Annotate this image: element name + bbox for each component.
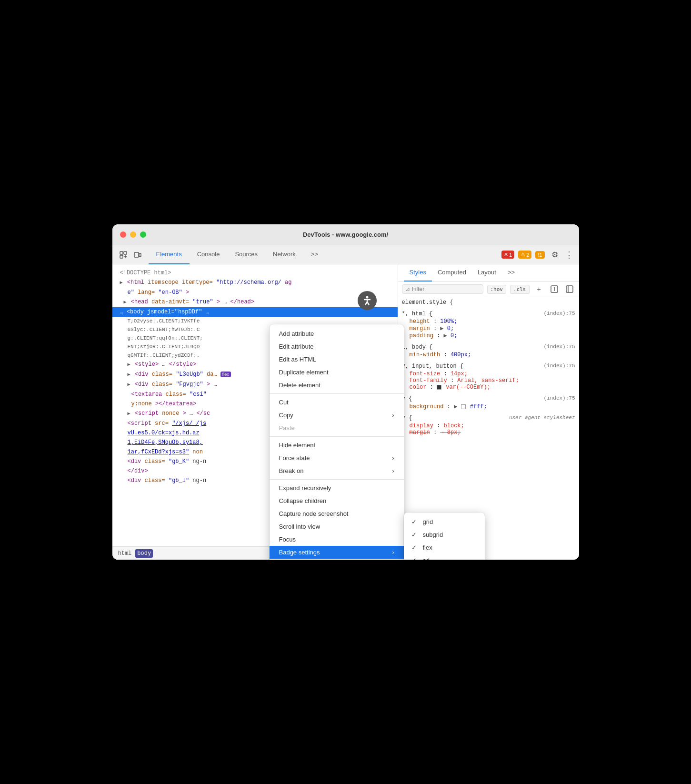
tab-layout[interactable]: Layout	[472, 264, 502, 281]
minimize-button[interactable]	[130, 231, 136, 238]
tab-computed[interactable]: Computed	[432, 264, 472, 281]
prop-minwidth: min-width : 400px;	[402, 352, 575, 358]
rule-source-2: (index):75	[543, 311, 575, 316]
submenu-flex[interactable]: ✓ flex	[404, 541, 485, 554]
rule-source-6: user agent stylesheet	[509, 415, 575, 421]
menu-hide[interactable]: Hide element	[270, 439, 404, 452]
maximize-button[interactable]	[140, 231, 146, 238]
menu-delete[interactable]: Delete element	[270, 379, 404, 392]
script-expand-icon[interactable]: ▶	[128, 411, 130, 416]
rule-selector-3: l, body { (index):75	[402, 344, 575, 351]
prop-margin-ua: margin : → 8px;	[402, 429, 575, 436]
flex-badge: flex	[220, 372, 231, 377]
menu-duplicate[interactable]: Duplicate element	[270, 366, 404, 379]
check-grid: ✓	[411, 518, 419, 525]
svg-rect-2	[124, 251, 127, 254]
break-on-arrow-icon: ›	[392, 468, 394, 474]
hov-button[interactable]: :hov	[487, 285, 507, 294]
tab-network[interactable]: Network	[265, 245, 303, 264]
styles-toolbar: ⊿ :hov .cls +	[398, 281, 579, 297]
svg-rect-5	[134, 252, 139, 257]
prop-height: height : 100%;	[402, 318, 575, 325]
menu-focus[interactable]: Focus	[270, 533, 404, 546]
menu-capture[interactable]: Capture node screenshot	[270, 507, 404, 520]
style-rule-ua: y { user agent stylesheet display : bloc…	[402, 415, 575, 436]
add-style-rule-icon[interactable]: +	[533, 283, 545, 295]
prop-padding: padding : ▶ 0;	[402, 332, 575, 339]
style-rule-element: element.style {	[402, 299, 575, 306]
submenu-ad[interactable]: ✓ ad	[404, 554, 485, 560]
info-badge[interactable]: !1	[535, 251, 544, 259]
filter-input[interactable]	[412, 286, 480, 292]
window-controls	[120, 231, 146, 238]
div2-expand-icon[interactable]: ▶	[128, 382, 130, 387]
tab-sources[interactable]: Sources	[227, 245, 265, 264]
copy-arrow-icon: ›	[392, 412, 394, 419]
tabbar-right: ✕1 ⚠2 !1 ⚙ ⋮	[501, 249, 573, 261]
close-button[interactable]	[120, 231, 126, 238]
menu-scroll[interactable]: Scroll into view	[270, 520, 404, 533]
tab-console[interactable]: Console	[190, 245, 228, 264]
menu-collapse[interactable]: Collapse children	[270, 494, 404, 507]
style-rule-bg: y { (index):75 background : ▶ #fff;	[402, 395, 575, 410]
menu-cut[interactable]: Cut	[270, 396, 404, 409]
styles-more[interactable]: >>	[502, 264, 521, 281]
dom-head: ▶ <head data-aimvt= "true" > … </head>	[112, 297, 398, 307]
prop-bg: background : ▶ #fff;	[402, 403, 575, 410]
menu-force-state[interactable]: Force state ›	[270, 452, 404, 464]
tab-elements[interactable]: Elements	[149, 245, 190, 264]
settings-icon[interactable]: ⚙	[549, 249, 561, 261]
prop-fontfamily: font-family : Arial, sans-serif;	[402, 377, 575, 384]
rule-source-3: (index):75	[543, 344, 575, 350]
color-swatch	[437, 385, 441, 390]
submenu-grid[interactable]: ✓ grid	[404, 515, 485, 528]
rule-selector-4: y, input, button { (index):75	[402, 363, 575, 370]
menu-break-on[interactable]: Break on ›	[270, 464, 404, 477]
device-mode-icon[interactable]	[132, 250, 143, 260]
rule-selector-6: y { user agent stylesheet	[402, 415, 575, 422]
cls-button[interactable]: .cls	[510, 285, 530, 294]
expand-icon[interactable]: ▶	[120, 280, 123, 285]
toggle-sidebar-icon[interactable]	[564, 283, 575, 295]
menu-expand[interactable]: Expand recursively	[270, 482, 404, 494]
menu-copy[interactable]: Copy ›	[270, 409, 404, 422]
triangle-icon: ▶	[440, 325, 443, 332]
tab-more[interactable]: >>	[303, 245, 326, 264]
menu-edit-html[interactable]: Edit as HTML	[270, 353, 404, 366]
rule-selector-2: *, html { (index):75	[402, 311, 575, 317]
dom-body[interactable]: … <body jsmodel="hspDDf" …	[112, 307, 398, 317]
window-title: DevTools - www.google.com/	[303, 231, 388, 238]
svg-line-15	[367, 302, 369, 305]
select-element-icon[interactable]	[118, 250, 129, 260]
warning-badge[interactable]: ⚠2	[518, 251, 531, 259]
error-badge[interactable]: ✕1	[501, 251, 514, 259]
tab-styles[interactable]: Styles	[404, 264, 432, 281]
rule-selector: element.style {	[402, 299, 575, 306]
check-flex: ✓	[411, 544, 419, 551]
devtools-window: DevTools - www.google.com/ Elements	[112, 224, 579, 560]
head-expand-icon[interactable]: ▶	[124, 300, 127, 305]
more-options-icon[interactable]: ⋮	[565, 250, 573, 260]
new-style-rule-icon[interactable]	[549, 283, 560, 295]
titlebar: DevTools - www.google.com/	[112, 224, 579, 245]
dom-html: ▶ <html itemscope itemtype= "http://sche…	[112, 278, 398, 288]
force-state-arrow-icon: ›	[392, 455, 394, 462]
prop-margin: margin : ▶ 0;	[402, 325, 575, 332]
check-ad: ✓	[411, 557, 419, 560]
filter-icon: ⊿	[405, 286, 410, 292]
menu-edit-attribute[interactable]: Edit attribute	[270, 340, 404, 353]
svg-rect-1	[120, 255, 123, 258]
style-expand-icon[interactable]: ▶	[128, 362, 130, 367]
breadcrumb-html[interactable]: html	[116, 549, 134, 558]
menu-sep-1	[270, 393, 404, 394]
menu-sep-2	[270, 436, 404, 437]
breadcrumb-body[interactable]: body	[135, 549, 153, 558]
svg-rect-0	[120, 251, 123, 254]
submenu-subgrid[interactable]: ✓ subgrid	[404, 528, 485, 541]
menu-badge-settings[interactable]: Badge settings ›	[270, 546, 404, 559]
prop-display: display : block;	[402, 422, 575, 429]
menu-add-attribute[interactable]: Add attribute	[270, 327, 404, 340]
div-expand-icon[interactable]: ▶	[128, 372, 130, 377]
style-rule-body-minwidth: l, body { (index):75 min-width : 400px;	[402, 344, 575, 358]
dom-html-2: e" lang= "en-GB" >	[112, 288, 398, 297]
